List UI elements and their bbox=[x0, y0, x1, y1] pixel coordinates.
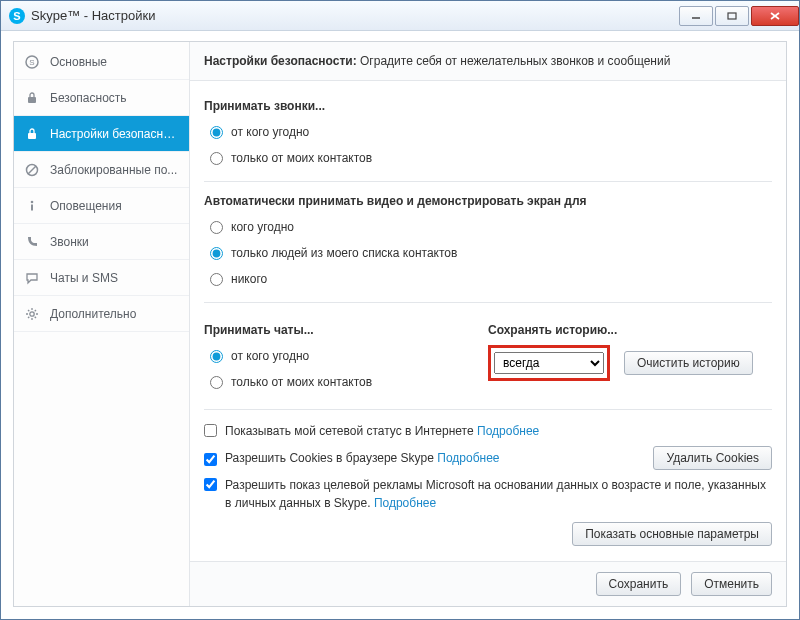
history-controls: всегда Очистить историю bbox=[488, 345, 772, 381]
radio-label: от кого угодно bbox=[231, 349, 309, 363]
video-anyone-radio[interactable]: кого угодно bbox=[210, 216, 772, 238]
cancel-button[interactable]: Отменить bbox=[691, 572, 772, 596]
dialog-footer: Сохранить Отменить bbox=[190, 561, 786, 606]
ads-checkbox[interactable] bbox=[204, 478, 217, 491]
settings-panel: S Основные Безопасность Настройки безопа… bbox=[13, 41, 787, 607]
calls-anyone-radio[interactable]: от кого угодно bbox=[210, 121, 772, 143]
content-header: Настройки безопасности: Оградите себя от… bbox=[190, 42, 786, 81]
sidebar-item-general[interactable]: S Основные bbox=[14, 44, 189, 80]
svg-rect-1 bbox=[728, 13, 736, 19]
show-status-checkbox-row: Показывать мой сетевой статус в Интернет… bbox=[204, 422, 772, 440]
history-select[interactable]: всегда bbox=[494, 352, 604, 374]
chat-icon bbox=[24, 270, 40, 286]
window-controls bbox=[677, 6, 799, 26]
radio-label: только людей из моего списка контактов bbox=[231, 246, 457, 260]
sidebar-item-label: Дополнительно bbox=[50, 307, 179, 321]
svg-rect-11 bbox=[31, 204, 33, 210]
clear-history-button[interactable]: Очистить историю bbox=[624, 351, 753, 375]
sidebar-item-label: Звонки bbox=[50, 235, 179, 249]
sidebar-item-security[interactable]: Безопасность bbox=[14, 80, 189, 116]
learn-more-link[interactable]: Подробнее bbox=[437, 451, 499, 465]
radio-input[interactable] bbox=[210, 152, 223, 165]
video-contacts-radio[interactable]: только людей из моего списка контактов bbox=[210, 242, 772, 264]
show-status-checkbox[interactable] bbox=[204, 424, 217, 437]
chats-section-title: Принимать чаты... bbox=[204, 323, 488, 337]
sidebar-item-notifications[interactable]: Оповещения bbox=[14, 188, 189, 224]
content-body: Принимать звонки... от кого угодно тольк… bbox=[190, 81, 786, 561]
svg-line-20 bbox=[28, 316, 29, 317]
divider bbox=[204, 409, 772, 410]
radio-input[interactable] bbox=[210, 221, 223, 234]
learn-more-link[interactable]: Подробнее bbox=[477, 424, 539, 438]
sidebar-item-chats[interactable]: Чаты и SMS bbox=[14, 260, 189, 296]
svg-rect-6 bbox=[28, 97, 36, 103]
calls-contacts-radio[interactable]: только от моих контактов bbox=[210, 147, 772, 169]
titlebar: S Skype™ - Настройки bbox=[1, 1, 799, 31]
chats-column: Принимать чаты... от кого угодно только … bbox=[204, 315, 488, 397]
gear-icon bbox=[24, 306, 40, 322]
blocked-icon bbox=[24, 162, 40, 178]
calls-section-title: Принимать звонки... bbox=[204, 99, 772, 113]
sidebar: S Основные Безопасность Настройки безопа… bbox=[14, 42, 190, 606]
radio-input[interactable] bbox=[210, 126, 223, 139]
radio-input[interactable] bbox=[210, 273, 223, 286]
lock-icon bbox=[24, 90, 40, 106]
history-section-title: Сохранять историю... bbox=[488, 323, 772, 337]
radio-label: кого угодно bbox=[231, 220, 294, 234]
sidebar-item-blocked[interactable]: Заблокированные по... bbox=[14, 152, 189, 188]
sidebar-item-label: Оповещения bbox=[50, 199, 179, 213]
divider bbox=[204, 181, 772, 182]
learn-more-link[interactable]: Подробнее bbox=[374, 496, 436, 510]
maximize-button[interactable] bbox=[715, 6, 749, 26]
sidebar-item-calls[interactable]: Звонки bbox=[14, 224, 189, 260]
history-column: Сохранять историю... всегда Очистить ист… bbox=[488, 315, 772, 397]
checkbox-label: Показывать мой сетевой статус в Интернет… bbox=[225, 422, 539, 440]
video-section-title: Автоматически принимать видео и демонстр… bbox=[204, 194, 772, 208]
svg-line-19 bbox=[35, 310, 36, 311]
chat-history-row: Принимать чаты... от кого угодно только … bbox=[204, 315, 772, 397]
radio-label: только от моих контактов bbox=[231, 375, 372, 389]
cookies-checkbox-row: Разрешить Cookies в браузере Skype Подро… bbox=[204, 446, 772, 470]
radio-input[interactable] bbox=[210, 350, 223, 363]
radio-label: только от моих контактов bbox=[231, 151, 372, 165]
header-subtitle: Оградите себя от нежелательных звонков и… bbox=[360, 54, 670, 68]
info-icon bbox=[24, 198, 40, 214]
sidebar-item-advanced[interactable]: Дополнительно bbox=[14, 296, 189, 332]
delete-cookies-button[interactable]: Удалить Cookies bbox=[653, 446, 772, 470]
skype-logo-icon: S bbox=[9, 8, 25, 24]
content-area: S Основные Безопасность Настройки безопа… bbox=[14, 42, 786, 606]
radio-input[interactable] bbox=[210, 376, 223, 389]
close-button[interactable] bbox=[751, 6, 799, 26]
radio-label: от кого угодно bbox=[231, 125, 309, 139]
settings-window: S Skype™ - Настройки S Основные bbox=[0, 0, 800, 620]
chats-anyone-radio[interactable]: от кого угодно bbox=[210, 345, 488, 367]
svg-line-9 bbox=[28, 166, 36, 174]
skype-icon: S bbox=[24, 54, 40, 70]
svg-text:S: S bbox=[29, 58, 34, 67]
sidebar-item-label: Чаты и SMS bbox=[50, 271, 179, 285]
svg-rect-7 bbox=[28, 133, 36, 139]
svg-line-18 bbox=[35, 316, 36, 317]
cookies-checkbox[interactable] bbox=[204, 453, 217, 466]
sidebar-item-label: Заблокированные по... bbox=[50, 163, 179, 177]
window-title: Skype™ - Настройки bbox=[31, 8, 155, 23]
radio-label: никого bbox=[231, 272, 267, 286]
phone-icon bbox=[24, 234, 40, 250]
sidebar-item-label: Настройки безопасно... bbox=[50, 127, 179, 141]
svg-line-17 bbox=[28, 310, 29, 311]
svg-point-10 bbox=[31, 200, 34, 203]
checkbox-label: Разрешить показ целевой рекламы Microsof… bbox=[225, 476, 772, 512]
radio-input[interactable] bbox=[210, 247, 223, 260]
sidebar-item-label: Безопасность bbox=[50, 91, 179, 105]
show-main-params-button[interactable]: Показать основные параметры bbox=[572, 522, 772, 546]
save-button[interactable]: Сохранить bbox=[596, 572, 682, 596]
chats-contacts-radio[interactable]: только от моих контактов bbox=[210, 371, 488, 393]
ads-checkbox-row: Разрешить показ целевой рекламы Microsof… bbox=[204, 476, 772, 512]
lock-icon bbox=[24, 126, 40, 142]
divider bbox=[204, 302, 772, 303]
minimize-button[interactable] bbox=[679, 6, 713, 26]
video-none-radio[interactable]: никого bbox=[210, 268, 772, 290]
checkbox-label: Разрешить Cookies в браузере Skype Подро… bbox=[225, 449, 653, 467]
header-title: Настройки безопасности: bbox=[204, 54, 357, 68]
sidebar-item-security-settings[interactable]: Настройки безопасно... bbox=[14, 116, 189, 152]
